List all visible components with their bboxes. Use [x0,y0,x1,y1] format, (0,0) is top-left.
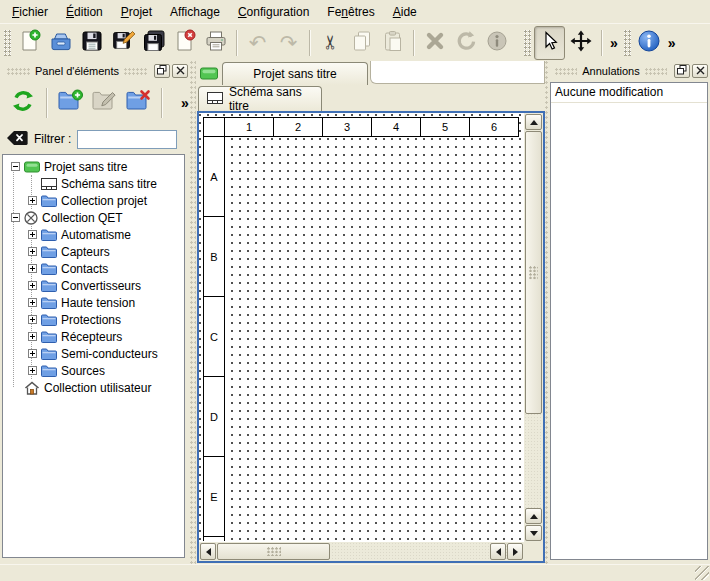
tree-item-label: Contacts [61,262,108,276]
delete-category-button[interactable] [121,86,155,120]
elements-panel-titlebar[interactable]: Panel d'éléments [2,62,188,80]
tree-item-label: Collection utilisateur [44,381,151,395]
toolbar-drag-handle[interactable] [624,30,631,56]
paste-button[interactable] [377,26,408,60]
expand-icon[interactable] [28,247,37,256]
menu-projet[interactable]: Projet [112,2,161,22]
menu-aide[interactable]: Aide [384,2,426,22]
resize-grip[interactable] [695,566,709,580]
tree-item-automatisme[interactable]: Automatisme [3,226,184,243]
new-document-button[interactable] [14,26,45,60]
menu-fichier[interactable]: Fichier [3,2,57,22]
expand-icon[interactable] [28,281,37,290]
print-button[interactable] [200,26,231,60]
tree-item-schema[interactable]: Schéma sans titre [3,175,184,192]
expand-icon[interactable] [28,230,37,239]
menu-edition[interactable]: Édition [57,2,112,22]
undo-icon: ↶ [249,32,267,53]
toolbar-drag-handle[interactable] [524,30,531,56]
expand-icon[interactable] [28,332,37,341]
vertical-scrollbar[interactable] [524,113,543,542]
horizontal-scrollbar[interactable] [199,542,524,561]
save-as-button[interactable] [107,26,138,60]
filter-input[interactable] [77,130,177,149]
info-button[interactable] [481,26,512,60]
tree-item-label: Projet sans titre [44,160,127,174]
tree-item-haute-tension[interactable]: Haute tension [3,294,184,311]
copy-button[interactable] [346,26,377,60]
new-category-button[interactable] [53,86,87,120]
tree-item-capteurs[interactable]: Capteurs [3,243,184,260]
vertical-scrollbar-thumb[interactable] [525,131,542,414]
scroll-up-button[interactable] [525,114,542,130]
elements-tree[interactable]: Projet sans titre Schéma sans titre Coll… [2,154,185,558]
undo-panel: Annulations Aucune modification [548,61,710,564]
tab-schema-sans-titre[interactable]: Schéma sans titre [198,86,322,111]
undo-panel-titlebar[interactable]: Annulations [550,62,708,80]
collapse-icon[interactable] [11,213,20,222]
toolbar-drag-handle[interactable] [4,30,11,56]
tree-item-collection-utilisateur[interactable]: Collection utilisateur [3,379,184,396]
schema-canvas[interactable]: 1 2 3 4 5 6 A B C D E [199,113,524,542]
undo-history-list[interactable]: Aucune modification [550,82,708,560]
scroll-up-button-2[interactable] [525,508,542,524]
float-panel-button[interactable] [154,64,170,78]
dock-texture [7,68,30,75]
tab-projet-sans-titre[interactable]: Projet sans titre [222,62,368,85]
close-panel-button[interactable] [172,64,188,78]
close-icon [176,65,185,77]
cut-button[interactable]: ✂ [315,26,346,60]
close-panel-button[interactable] [692,64,708,78]
save-all-button[interactable] [138,26,169,60]
open-icon [49,29,73,56]
expand-icon[interactable] [28,264,37,273]
open-button[interactable] [45,26,76,60]
save-icon [80,29,104,56]
scroll-left-button[interactable] [200,543,216,560]
toolbar-overflow-button[interactable]: » [607,36,621,50]
move-mode-button[interactable] [565,26,596,60]
tree-item-protections[interactable]: Protections [3,311,184,328]
collapse-icon[interactable] [11,162,20,171]
save-button[interactable] [76,26,107,60]
about-button[interactable] [634,26,665,60]
expand-icon[interactable] [28,349,37,358]
menu-configuration[interactable]: Configuration [229,2,318,22]
horizontal-scrollbar-thumb[interactable] [217,543,330,560]
tree-item-sources[interactable]: Sources [3,362,184,379]
menu-bar: Fichier Édition Projet Affichage Configu… [0,0,710,23]
toolbar-overflow-button[interactable]: » [665,36,679,50]
tree-item-collection-qet[interactable]: Collection QET [3,209,184,226]
scroll-left-button-2[interactable] [490,543,506,560]
undo-history-item[interactable]: Aucune modification [551,83,707,103]
edit-category-button[interactable] [87,86,121,120]
reload-collections-button[interactable] [6,86,40,120]
expand-icon[interactable] [28,315,37,324]
tree-item-project[interactable]: Projet sans titre [3,158,184,175]
rotate-button[interactable] [450,26,481,60]
float-panel-button[interactable] [674,64,690,78]
tab-label: Schéma sans titre [229,85,321,113]
tree-item-semi-conducteurs[interactable]: Semi-conducteurs [3,345,184,362]
tree-item-recepteurs[interactable]: Récepteurs [3,328,184,345]
expand-icon[interactable] [28,196,37,205]
scroll-down-button[interactable] [525,525,542,541]
expand-icon[interactable] [28,298,37,307]
close-document-button[interactable] [169,26,200,60]
undo-button[interactable]: ↶ [242,26,273,60]
expand-icon[interactable] [28,366,37,375]
folder-icon [41,246,57,258]
tree-item-collection-projet[interactable]: Collection projet [3,192,184,209]
menu-fenetres[interactable]: Fenêtres [318,2,383,22]
tree-item-convertisseurs[interactable]: Convertisseurs [3,277,184,294]
qet-collection-icon [24,211,38,225]
scroll-right-button[interactable] [507,543,523,560]
menu-affichage[interactable]: Affichage [161,2,229,22]
folder-icon [41,314,57,326]
home-icon [24,381,40,395]
redo-button[interactable]: ↷ [273,26,304,60]
selection-mode-button[interactable] [534,26,565,60]
tree-item-contacts[interactable]: Contacts [3,260,184,277]
clear-filter-button[interactable] [6,130,28,149]
delete-button[interactable] [419,26,450,60]
